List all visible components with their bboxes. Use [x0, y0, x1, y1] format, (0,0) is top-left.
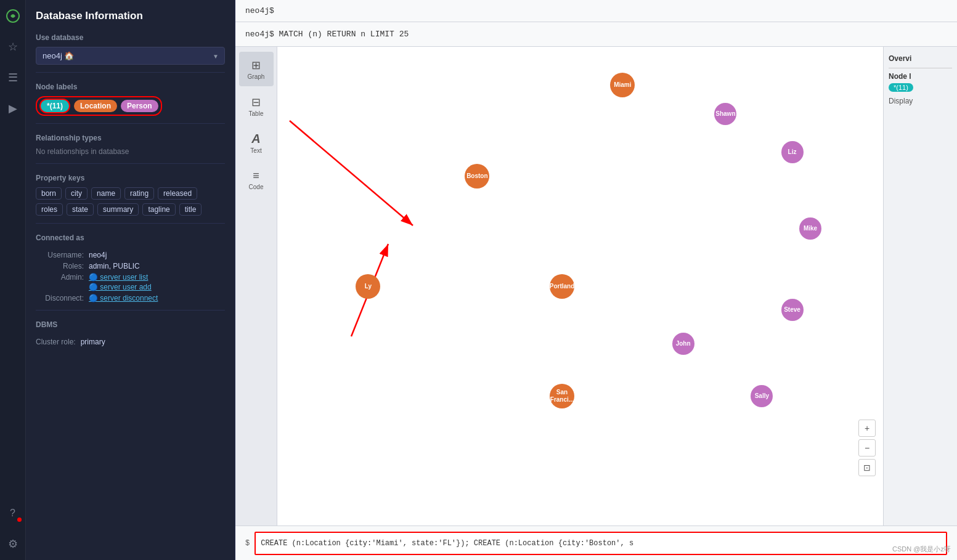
text-tab-icon: A [251, 132, 260, 146]
dbms-label: DBMS [36, 320, 225, 329]
star-icon[interactable]: ☆ [3, 37, 23, 57]
graph-node-liz[interactable]: Liz [781, 141, 804, 163]
right-panel-node-badge: *(11) [889, 83, 913, 92]
view-tabs: ⊞ Graph ⊟ Table A Text ≡ Code [235, 47, 277, 526]
tab-code[interactable]: ≡ Code [239, 163, 274, 197]
graph-node-john[interactable]: John [672, 333, 694, 355]
graph-node-shawn[interactable]: Shawn [714, 103, 736, 125]
right-panel: Overvi Node l *(11) Display [883, 47, 957, 526]
terminal-prompt: neo4j$ [245, 6, 274, 15]
graph-node-mike[interactable]: Mike [799, 217, 821, 240]
prop-released[interactable]: released [158, 187, 197, 200]
node-badge-location[interactable]: Location [74, 100, 117, 112]
node-badge-all[interactable]: *(11) [39, 99, 70, 113]
node-badge-person[interactable]: Person [121, 100, 158, 112]
db-select[interactable]: neo4j 🏠 [36, 47, 225, 65]
query-text: neo4j$ MATCH (n) RETURN n LIMIT 25 [245, 30, 409, 39]
query-bar: neo4j$ MATCH (n) RETURN n LIMIT 25 [235, 22, 957, 47]
graph-node-portland[interactable]: Portland [550, 274, 574, 299]
tab-text[interactable]: A Text [239, 126, 274, 160]
zoom-out-button[interactable]: − [858, 439, 876, 457]
prop-city[interactable]: city [65, 187, 88, 200]
server-user-list-link[interactable]: 🔵 server user list [89, 273, 152, 282]
node-badges-box: *(11) Location Person [36, 96, 162, 116]
disconnect-row: Disconnect: 🔵 server disconnect [36, 294, 225, 302]
command-input[interactable]: CREATE (n:Location {city:'Miami', state:… [255, 532, 947, 555]
use-database-label: Use database [36, 33, 225, 42]
graph-main: ⊞ Graph ⊟ Table A Text ≡ Code [235, 47, 957, 526]
command-area: $ CREATE (n:Location {city:'Miami', stat… [235, 526, 957, 560]
code-tab-icon: ≡ [253, 169, 259, 182]
right-panel-title: Overvi [889, 54, 952, 63]
no-relationships-text: No relationships in database [36, 147, 225, 156]
command-text: CREATE (n:Location {city:'Miami', state:… [261, 539, 633, 548]
play-icon[interactable]: ▶ [3, 99, 23, 118]
terminal-top: neo4j$ [235, 0, 957, 22]
sidebar: Database Information Use database neo4j … [26, 0, 235, 560]
main-content: neo4j$ neo4j$ MATCH (n) RETURN n LIMIT 2… [235, 0, 957, 560]
prop-title[interactable]: title [179, 203, 202, 216]
node-labels-row: *(11) Location Person [36, 96, 225, 116]
prop-tagline[interactable]: tagline [142, 203, 175, 216]
text-tab-label: Text [250, 147, 261, 154]
command-prompt: $ [245, 539, 250, 548]
server-disconnect-link[interactable]: 🔵 server disconnect [89, 294, 158, 302]
graph-node-boston[interactable]: Boston [465, 164, 489, 189]
property-keys-container: born city name rating released roles sta… [36, 187, 225, 216]
svg-line-3 [290, 121, 413, 225]
list-icon[interactable]: ☰ [3, 68, 23, 87]
graph-node-ly[interactable]: Ly [356, 274, 380, 299]
tab-table[interactable]: ⊟ Table [239, 89, 274, 123]
graph-node-sally[interactable]: Sally [751, 385, 773, 407]
graph-node-miami[interactable]: Miami [610, 73, 635, 97]
username-value: neo4j [89, 251, 107, 259]
code-tab-label: Code [249, 184, 264, 190]
prop-roles[interactable]: roles [36, 203, 63, 216]
prop-born[interactable]: born [36, 187, 62, 200]
watermark: CSDN @我是小z呀 [892, 545, 951, 554]
roles-value: admin, PUBLIC [89, 262, 140, 270]
zoom-controls: + − ⊡ [858, 420, 876, 476]
cluster-role-value: primary [81, 338, 105, 346]
prop-rating[interactable]: rating [124, 187, 154, 200]
right-panel-display: Display [889, 97, 952, 105]
db-select-wrap: neo4j 🏠 [36, 47, 225, 65]
graph-node-sanfran[interactable]: San Franci... [550, 384, 574, 408]
roles-row: Roles: admin, PUBLIC [36, 262, 225, 270]
server-user-add-link[interactable]: 🔵 server user add [89, 283, 152, 291]
prop-summary[interactable]: summary [97, 203, 139, 216]
username-label: Username: [36, 251, 84, 259]
tab-graph[interactable]: ⊞ Graph [239, 52, 274, 86]
prop-state[interactable]: state [67, 203, 94, 216]
disconnect-label: Disconnect: [36, 294, 84, 302]
logo-icon[interactable] [3, 6, 23, 26]
table-tab-label: Table [249, 110, 264, 117]
icon-bar: ☆ ☰ ▶ ? ⚙ [0, 0, 26, 560]
admin-label: Admin: [36, 273, 84, 282]
zoom-in-button[interactable]: + [858, 420, 876, 437]
zoom-fit-button[interactable]: ⊡ [858, 459, 876, 476]
sidebar-title: Database Information [36, 10, 225, 22]
table-tab-icon: ⊟ [251, 95, 261, 109]
graph-tab-label: Graph [248, 73, 265, 80]
cluster-role-label: Cluster role: [36, 338, 76, 346]
graph-canvas[interactable]: + − ⊡ MiamiShawnLizBostonMikeLyPortlandS… [277, 47, 883, 526]
dbms-section: Cluster role: primary [36, 338, 225, 346]
username-row: Username: neo4j [36, 251, 225, 259]
property-keys-label: Property keys [36, 174, 225, 182]
admin-row: Admin: 🔵 server user list 🔵 server user … [36, 273, 225, 291]
right-panel-node-label: Node l [889, 72, 952, 81]
cluster-role-row: Cluster role: primary [36, 338, 225, 346]
prop-name[interactable]: name [91, 187, 121, 200]
relationship-types-label: Relationship types [36, 134, 225, 142]
graph-node-steve[interactable]: Steve [781, 299, 804, 321]
graph-tab-icon: ⊞ [251, 59, 261, 72]
node-labels-label: Node labels [36, 83, 225, 91]
question-icon[interactable]: ? [3, 503, 23, 523]
roles-label: Roles: [36, 262, 84, 270]
gear-icon[interactable]: ⚙ [3, 534, 23, 554]
connected-section: Username: neo4j Roles: admin, PUBLIC Adm… [36, 251, 225, 302]
connected-as-label: Connected as [36, 233, 225, 242]
